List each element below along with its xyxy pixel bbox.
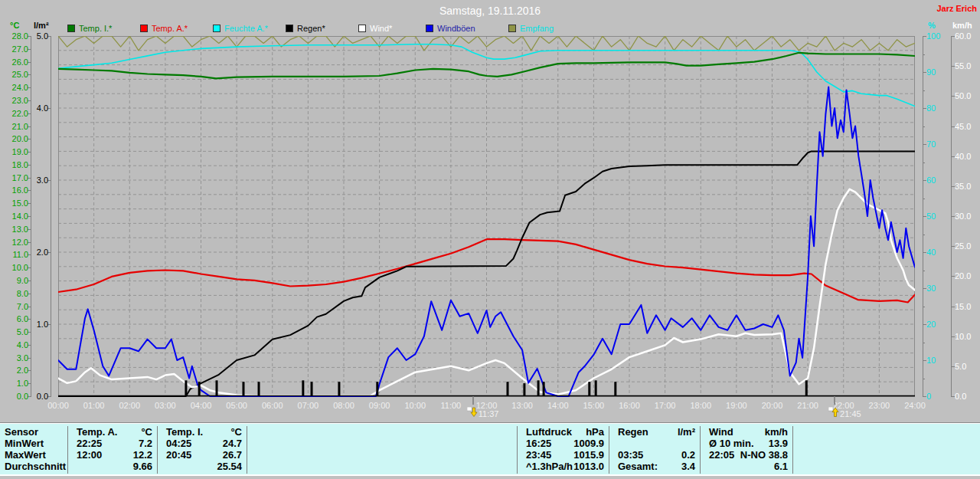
rain-event-bar <box>507 382 509 396</box>
humidity-axis-label: 90 <box>926 68 957 77</box>
rain-axis-label: 2.0 <box>18 248 48 257</box>
stats-max: 22:05N-NO 38.8 <box>703 449 789 461</box>
stats-cell-value: °C <box>230 426 243 438</box>
stats-cell-value: 6.1 <box>774 461 789 472</box>
wind-axis-label: 20.0 <box>955 272 980 281</box>
legend-swatch-icon <box>140 25 148 32</box>
stats-cell-value: °C <box>141 426 154 438</box>
marker-tick-line <box>472 396 474 405</box>
wind-axis-label: 35.0 <box>955 182 980 191</box>
rain-event-bar <box>338 382 340 396</box>
legend-label: Windböen <box>437 24 475 33</box>
legend-item-6: Empfang <box>508 24 554 33</box>
temp-axis-label: 12.0 <box>0 238 28 247</box>
legend-swatch-icon <box>67 25 75 32</box>
stats-cell-value: 25.54 <box>217 461 243 472</box>
legend-item-4: Wind* <box>358 24 392 33</box>
marker-time: 21:45 <box>840 409 861 418</box>
page-title: Samstag, 19.11.2016 <box>0 5 980 17</box>
stats-avg: 25.54 <box>160 461 243 472</box>
humidity-axis-minor-tick <box>923 54 925 55</box>
stats-cell-value: N-NO 38.8 <box>740 449 789 461</box>
rain-event-bar <box>595 380 597 396</box>
rain-event-bar <box>376 382 378 396</box>
stats-cell-value: 3.4 <box>681 461 697 472</box>
rain-event-bar <box>198 382 201 396</box>
stats-column-divider <box>517 426 518 474</box>
stats-row-label: MaxWert <box>5 449 66 461</box>
stats-avg: 6.1 <box>703 461 789 472</box>
x-axis-label: 04:00 <box>185 401 218 410</box>
temp-axis-label: 18.0 <box>0 161 28 169</box>
stats-col-wind: Windkm/hØ 10 min.13.922:05N-NO 38.86.1 <box>703 426 789 472</box>
x-axis-label: 09:00 <box>363 401 397 410</box>
x-axis-label: 03:00 <box>149 401 182 410</box>
x-axis-label: 20:00 <box>756 401 789 410</box>
temp-axis-label: 14.0 <box>0 212 28 221</box>
humidity-axis-minor-tick <box>923 235 925 235</box>
rain-axis-label: 5.0 <box>18 32 48 41</box>
temp-axis-label: 10.0 <box>0 264 28 272</box>
temp-axis-label: 16.0 <box>0 186 28 195</box>
legend-label: Feuchte A.* <box>224 24 268 33</box>
rain-axis-label: 4.0 <box>18 104 48 113</box>
x-axis-label: 17:00 <box>648 401 682 410</box>
temp-axis-label: 5.0 <box>0 328 28 336</box>
stats-cell-time: Temp. I. <box>160 426 203 438</box>
stats-column-divider <box>67 426 68 474</box>
rain-event-bar <box>614 382 616 396</box>
stats-avg: ^1.3hPa/h1013.0 <box>520 461 606 472</box>
marker-21-45: 21:45 <box>828 407 861 418</box>
stats-col-temp-a-: Temp. A.°C22:257.212:0012.29.66 <box>70 426 154 472</box>
humidity-axis-label: 80 <box>926 104 957 113</box>
x-axis-label: 00:00 <box>41 401 75 410</box>
rain-event-bar <box>258 382 260 396</box>
wind-axis-label: 10.0 <box>955 333 980 341</box>
stats-cell-time <box>612 438 618 449</box>
wind-axis-label: 40.0 <box>955 153 980 161</box>
stats-min: Ø 10 min.13.9 <box>703 438 789 449</box>
stats-column-divider <box>700 426 701 474</box>
marker-time: 11:37 <box>479 409 499 418</box>
marker-tick-line <box>834 396 835 405</box>
legend-item-1: Temp. A.* <box>140 24 188 33</box>
x-axis-label: 16:00 <box>612 401 646 410</box>
stats-row-label: MinWert <box>5 438 66 449</box>
stats-row-label: Sensor <box>5 426 66 438</box>
stats-min: 04:2524.7 <box>160 438 243 449</box>
stats-cell-value <box>695 438 697 449</box>
stats-col-temp-i-: Temp. I.°C04:2524.720:4526.725.54 <box>160 426 243 472</box>
wind-axis-label: 60.0 <box>955 32 980 41</box>
legend-label: Empfang <box>520 24 554 33</box>
temp-axis-rail <box>31 36 31 397</box>
humidity-axis-label: 40 <box>926 248 957 257</box>
x-axis-label: 07:00 <box>291 401 325 410</box>
stats-header: Regenl/m² <box>612 426 697 438</box>
axis-unit-temp: °C <box>10 21 19 30</box>
stats-max: 12:0012.2 <box>70 449 154 461</box>
stats-cell-time: Ø 10 min. <box>703 438 754 449</box>
stats-cell-value: 9.66 <box>133 461 154 472</box>
stats-cell-time: 22:25 <box>70 438 102 449</box>
x-axis-label: 06:00 <box>256 401 289 410</box>
legend-label: Temp. I.* <box>79 24 112 33</box>
rain-event-bar <box>543 382 545 396</box>
humidity-axis-label: 60 <box>926 176 957 185</box>
stats-min: 16:251009.9 <box>520 438 606 449</box>
temp-axis-label: 9.0 <box>0 277 28 285</box>
stats-column-divider <box>247 426 247 474</box>
rain-event-bar <box>216 380 218 396</box>
temp-axis-label: 13.0 <box>0 225 28 234</box>
stats-cell-time: 04:25 <box>160 438 191 449</box>
stats-cell-value: 13.9 <box>769 438 789 449</box>
stats-cell-time <box>160 461 166 472</box>
legend-label: Regen* <box>297 24 325 33</box>
stats-header: LuftdruckhPa <box>520 426 606 438</box>
stats-avg: Gesamt:3.4 <box>612 461 697 472</box>
stats-cell-time: Wind <box>703 426 733 438</box>
stats-cell-value: 24.7 <box>223 438 243 449</box>
stats-header: Temp. I.°C <box>160 426 243 438</box>
rain-event-bar <box>523 383 525 396</box>
stats-min: 22:257.2 <box>70 438 154 449</box>
temp-axis-label: 8.0 <box>0 290 28 298</box>
